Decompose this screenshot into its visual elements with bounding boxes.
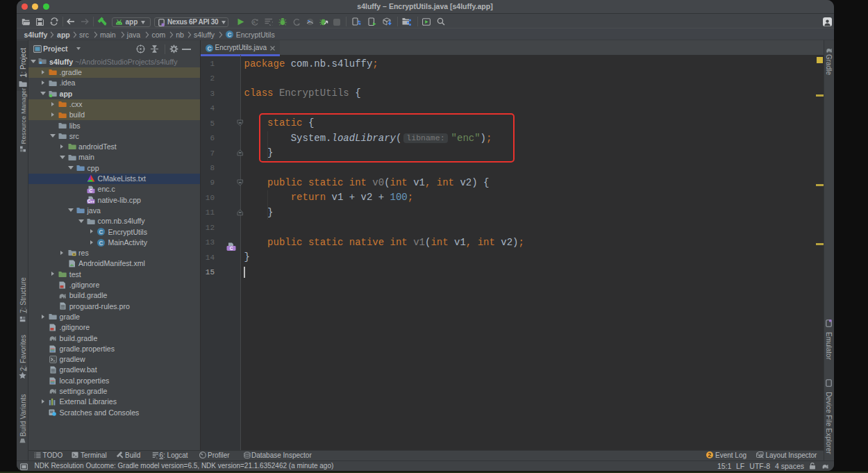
svg-text:C: C	[230, 245, 233, 250]
svg-text:A: A	[252, 20, 255, 24]
svg-text:C: C	[99, 229, 103, 235]
svg-text:C: C	[89, 188, 92, 193]
svg-text:C: C	[99, 240, 103, 246]
svg-text:C: C	[228, 32, 232, 38]
svg-text:++: ++	[90, 199, 94, 204]
svg-text:C: C	[207, 44, 211, 51]
